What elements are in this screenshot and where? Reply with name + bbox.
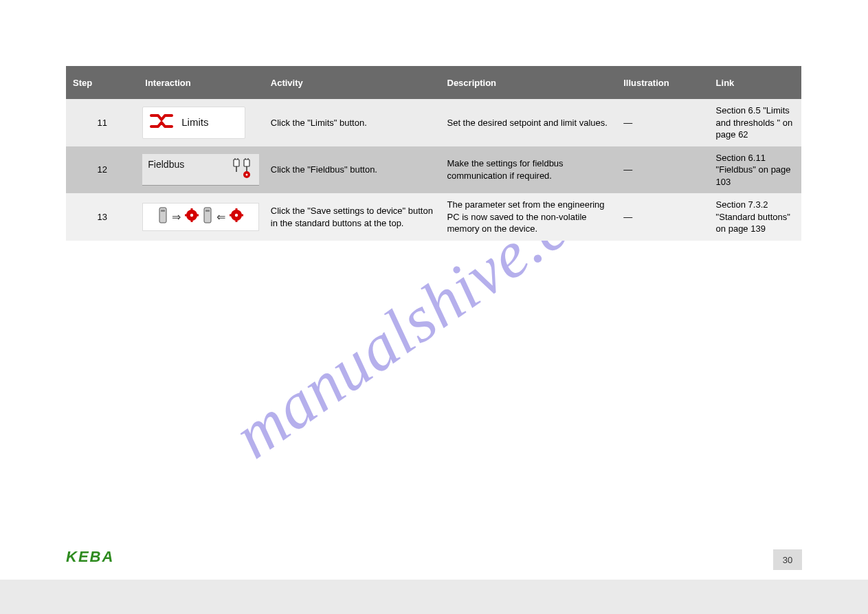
device-icon: [158, 206, 168, 228]
col-description-header: Description: [441, 66, 617, 99]
step-number: 12: [66, 146, 138, 194]
arrow-left-icon: ⇐: [216, 212, 225, 223]
gear-icon: [230, 208, 243, 226]
footer-bar: [0, 580, 868, 614]
col-step-header: Step: [66, 66, 138, 99]
illustration-cell: —: [616, 146, 709, 194]
activity-cell: Click the "Limits" button.: [264, 99, 441, 146]
limits-icon: [148, 111, 175, 134]
col-link-header: Link: [709, 66, 801, 99]
illustration-cell: —: [616, 193, 709, 241]
link-cell: Section 7.3.2 "Standard buttons" on page…: [709, 193, 801, 241]
device-icon: [203, 206, 212, 228]
activity-cell: Click the "Save settings to device" butt…: [264, 193, 441, 241]
interaction-cell: Fieldbus: [138, 146, 264, 194]
description-cell: Set the desired setpoint and limit value…: [441, 99, 617, 146]
svg-rect-3: [244, 160, 249, 166]
table-row: 13 ⇒: [66, 193, 801, 241]
svg-point-19: [235, 214, 238, 217]
page-number: 30: [773, 549, 802, 570]
svg-rect-9: [161, 210, 165, 212]
arrow-right-icon: ⇒: [172, 212, 181, 223]
step-number: 13: [66, 193, 138, 241]
col-illustration-header: Illustration: [616, 66, 709, 99]
steps-table: Step Interaction Activity Description Il…: [66, 66, 801, 241]
description-cell: The parameter set from the engineering P…: [441, 193, 617, 241]
interaction-cell: ⇒: [138, 193, 264, 241]
table-row: 12 Fieldbus: [66, 146, 801, 194]
svg-point-7: [246, 174, 248, 176]
fieldbus-icon: [230, 158, 254, 182]
table-row: 11 Limits: [66, 99, 801, 146]
svg-rect-0: [234, 160, 239, 166]
link-cell: Section 6.11 "Fieldbus" on page 103: [709, 146, 801, 194]
keba-logo: KEBA: [66, 548, 114, 566]
interaction-cell: Limits: [138, 99, 264, 146]
steps-table-wrapper: Step Interaction Activity Description Il…: [66, 66, 801, 241]
fieldbus-button[interactable]: Fieldbus: [142, 154, 259, 186]
step-number: 11: [66, 99, 138, 146]
limits-button[interactable]: Limits: [142, 107, 245, 139]
illustration-cell: —: [616, 99, 709, 146]
svg-rect-17: [205, 210, 210, 212]
description-cell: Make the settings for fieldbus communica…: [441, 146, 617, 194]
save-to-device-button[interactable]: ⇒: [142, 203, 259, 231]
svg-point-11: [190, 214, 193, 217]
table-header-row: Step Interaction Activity Description Il…: [66, 66, 801, 99]
limits-label: Limits: [181, 116, 208, 129]
fieldbus-label: Fieldbus: [148, 158, 184, 171]
page-root: manualshive.com Step Interaction Activit…: [0, 0, 868, 614]
gear-icon: [185, 208, 199, 226]
col-activity-header: Activity: [264, 66, 441, 99]
link-cell: Section 6.5 "Limits and thresholds " on …: [709, 99, 801, 146]
activity-cell: Click the "Fieldbus" button.: [264, 146, 441, 194]
col-interaction-header: Interaction: [138, 66, 264, 99]
